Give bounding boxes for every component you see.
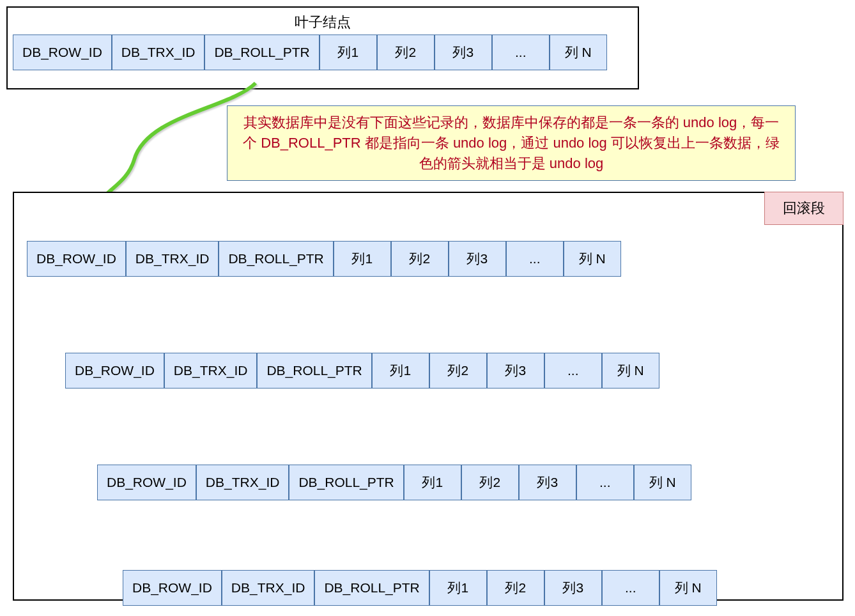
row-cell: 列1 [429, 570, 487, 606]
row-cell: 列 N [564, 241, 621, 277]
leaf-cell: 列2 [377, 35, 435, 70]
version-row-2: DB_ROW_ID DB_TRX_ID DB_ROLL_PTR 列1 列2 列3… [97, 465, 691, 500]
row-cell: 列3 [519, 465, 576, 500]
leaf-row: DB_ROW_ID DB_TRX_ID DB_ROLL_PTR 列1 列2 列3… [13, 35, 633, 70]
row-cell: 列 N [602, 353, 659, 389]
row-cell: ... [506, 241, 564, 277]
row-cell: DB_ROLL_PTR [289, 465, 403, 500]
row-cell: DB_TRX_ID [222, 570, 315, 606]
leaf-cell: 列3 [435, 35, 492, 70]
row-cell: 列1 [404, 465, 461, 500]
rollback-label: 回滚段 [764, 192, 843, 225]
row-cell: DB_TRX_ID [196, 465, 289, 500]
rollback-segment-container: 回滚段 DB_ROW_ID DB_TRX_ID DB_ROLL_PTR 列1 列… [13, 192, 843, 601]
leaf-title: 叶子结点 [8, 8, 638, 35]
leaf-cell: DB_ROLL_PTR [204, 35, 319, 70]
row-cell: DB_TRX_ID [126, 241, 219, 277]
row-cell: 列 N [634, 465, 691, 500]
row-cell: 列2 [487, 570, 544, 606]
row-cell: ... [602, 570, 659, 606]
version-row-0: DB_ROW_ID DB_TRX_ID DB_ROLL_PTR 列1 列2 列3… [27, 241, 621, 277]
version-row-3: DB_ROW_ID DB_TRX_ID DB_ROLL_PTR 列1 列2 列3… [123, 570, 717, 606]
leaf-cell: 列1 [320, 35, 377, 70]
version-row-1: DB_ROW_ID DB_TRX_ID DB_ROLL_PTR 列1 列2 列3… [65, 353, 659, 389]
leaf-node-container: 叶子结点 DB_ROW_ID DB_TRX_ID DB_ROLL_PTR 列1 … [6, 6, 639, 89]
row-cell: DB_ROW_ID [27, 241, 126, 277]
row-cell: 列1 [372, 353, 429, 389]
row-cell: DB_ROLL_PTR [219, 241, 333, 277]
row-cell: 列3 [449, 241, 506, 277]
row-cell: 列1 [334, 241, 391, 277]
row-cell: DB_ROW_ID [97, 465, 196, 500]
row-cell: ... [544, 353, 602, 389]
leaf-cell: 列 N [550, 35, 607, 70]
leaf-cell: DB_ROW_ID [13, 35, 112, 70]
row-cell: DB_ROW_ID [65, 353, 164, 389]
row-cell: 列3 [487, 353, 544, 389]
row-cell: DB_TRX_ID [164, 353, 258, 389]
row-cell: 列3 [544, 570, 602, 606]
row-cell: DB_ROW_ID [123, 570, 222, 606]
row-cell: DB_ROLL_PTR [257, 353, 371, 389]
leaf-cell: DB_TRX_ID [112, 35, 205, 70]
row-cell: 列 N [659, 570, 717, 606]
row-cell: 列2 [429, 353, 487, 389]
annotation-note: 其实数据库中是没有下面这些记录的，数据库中保存的都是一条一条的 undo log… [227, 105, 796, 181]
row-cell: 列2 [391, 241, 449, 277]
row-cell: DB_ROLL_PTR [314, 570, 429, 606]
row-cell: ... [576, 465, 634, 500]
leaf-cell: ... [492, 35, 550, 70]
row-cell: 列2 [461, 465, 519, 500]
